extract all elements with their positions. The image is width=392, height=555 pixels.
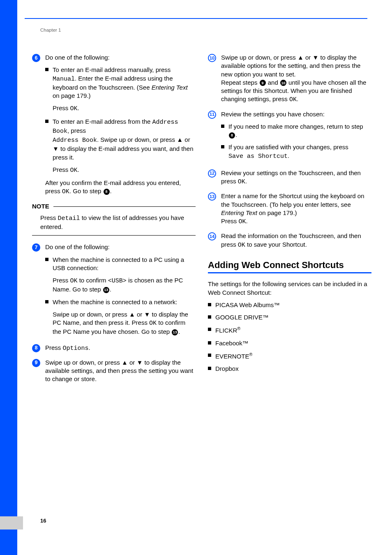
text: Press (53, 277, 70, 284)
chapter-label: Chapter 1 (40, 27, 61, 34)
square-bullet-icon (208, 341, 211, 345)
service-name: GOOGLE DRIVE™ (215, 313, 269, 321)
code-ok: OK (238, 242, 245, 249)
link-entering-text[interactable]: Entering Text (221, 209, 257, 216)
registered-mark: ® (237, 326, 240, 331)
blue-sidebar (0, 0, 17, 555)
text: . (245, 178, 247, 185)
step-6-bullet-1: To enter an E-mail address manually, pre… (45, 66, 196, 100)
text: If you need to make more changes, return… (228, 123, 363, 130)
step-8: 8 Press Options. (32, 344, 196, 353)
square-bullet-icon (45, 258, 48, 261)
list-item: Facebook™ (208, 339, 371, 347)
section-intro: The settings for the following services … (208, 280, 371, 297)
text: . (110, 187, 112, 194)
text: . (78, 104, 79, 111)
step-7-b2-text: When the machine is connected to a netwo… (53, 298, 196, 306)
text: . Go to step (69, 187, 103, 194)
step-ref-8-icon: 8 (104, 189, 110, 195)
text: and (266, 79, 280, 86)
step-11-intro: Review the settings you have chosen: (221, 110, 371, 118)
square-bullet-icon (208, 303, 211, 306)
step-11-body: Review the settings you have chosen: If … (221, 110, 371, 163)
link-entering-text[interactable]: Entering Text (152, 84, 188, 91)
step-number-12: 12 (208, 169, 216, 178)
code-ok: OK (239, 218, 246, 225)
step-10: 10 Swipe up or down, or press ▲ or ▼ to … (208, 53, 371, 104)
list-item: FLICKR® (208, 326, 371, 335)
code-options: Options (63, 345, 89, 352)
section-heading: Adding Web Connect Shortcuts (208, 259, 371, 271)
text: . (89, 344, 90, 351)
text: . (110, 286, 111, 293)
text: Repeat steps (221, 79, 259, 86)
step-number-6: 6 (32, 54, 40, 62)
text: FLICKR (215, 327, 237, 334)
step-7-b1-text: When the machine is connected to a PC us… (53, 256, 196, 273)
step-13-body: Enter a name for the Shortcut using the … (221, 192, 371, 226)
section-rule (208, 272, 371, 273)
step-number-8: 8 (32, 344, 40, 352)
text: Press (53, 104, 70, 111)
square-bullet-icon (221, 145, 224, 148)
step-7-b1-para: Press OK to confirm <USB> is chosen as t… (53, 276, 196, 294)
text: , press (67, 127, 86, 134)
text: Press (221, 217, 239, 224)
num: 10 (210, 55, 214, 61)
step-7-b2-para: Swipe up or down, or press ▲ or ▼ to dis… (53, 310, 196, 336)
step-number-11: 11 (208, 111, 216, 119)
step-11: 11 Review the settings you have chosen: … (208, 110, 371, 163)
step-9: 9 Swipe up or down, or press ▲ or ▼ to d… (32, 358, 196, 384)
code-usb: <USB> (108, 278, 127, 284)
right-column: 10 Swipe up or down, or press ▲ or ▼ to … (208, 53, 371, 389)
square-bullet-icon (208, 354, 211, 357)
text: to save your Shortcut. (245, 241, 307, 248)
step-10-p2: Repeat steps 9 and 10 until you have cho… (221, 79, 371, 104)
step-9-body: Swipe up or down, or press ▲ or ▼ to dis… (45, 358, 196, 384)
step-ref-10-icon: 10 (280, 80, 286, 86)
code-manual: Manual (53, 76, 75, 83)
step-6-body: Do one of the following: To enter an E-m… (45, 53, 196, 197)
num: 13 (210, 194, 214, 200)
text: . (235, 131, 237, 138)
list-item: GOOGLE DRIVE™ (208, 313, 371, 321)
code-ok: OK (289, 96, 297, 103)
step-6: 6 Do one of the following: To enter an E… (32, 53, 196, 197)
page-number: 16 (40, 517, 46, 525)
step-ref-9-icon: 9 (260, 80, 266, 86)
step-ref-8-icon: 8 (229, 132, 235, 139)
code-ok: OK (70, 167, 78, 174)
step-12: 12 Review your settings on the Touchscre… (208, 169, 371, 187)
service-name: EVERNOTE® (215, 352, 252, 361)
step-13: 13 Enter a name for the Shortcut using t… (208, 192, 371, 226)
service-name: FLICKR® (215, 326, 240, 335)
service-name: PICASA Web Albums™ (215, 301, 280, 309)
step-11-b2-text: If you are satisfied with your changes, … (228, 143, 371, 161)
square-bullet-icon (221, 125, 224, 128)
text: Press (45, 344, 63, 351)
text: EVERNOTE (215, 353, 249, 360)
list-item: PICASA Web Albums™ (208, 301, 371, 309)
text: to confirm (78, 277, 108, 284)
text: To enter an E-mail address manually, pre… (53, 66, 171, 73)
service-name: Facebook™ (215, 339, 249, 347)
note-rule (53, 206, 196, 207)
step-11-bullet-2: If you are satisfied with your changes, … (221, 143, 371, 161)
step-8-body: Press Options. (45, 344, 196, 353)
step-7-intro: Do one of the following: (45, 243, 196, 251)
text: . (297, 95, 298, 102)
code-save-shortcut: Save as Shortcut (228, 153, 288, 160)
square-bullet-icon (208, 367, 211, 370)
registered-mark: ® (249, 352, 253, 357)
step-11-b1-text: If you need to make more changes, return… (228, 123, 371, 139)
note-content: Press Detail to view the list of address… (40, 214, 196, 231)
left-column: 6 Do one of the following: To enter an E… (32, 53, 196, 389)
square-bullet-icon (45, 120, 48, 123)
code-ok: OK (149, 320, 157, 327)
code-ok: OK (70, 105, 78, 112)
step-6-bullet-2: To enter an E-mail address from the Addr… (45, 118, 196, 162)
text: If you are satisfied with your changes, … (228, 143, 348, 150)
step-11-bullet-1: If you need to make more changes, return… (221, 123, 371, 139)
step-ref-13-icon: 13 (172, 329, 178, 335)
content-area: 6 Do one of the following: To enter an E… (32, 53, 367, 389)
